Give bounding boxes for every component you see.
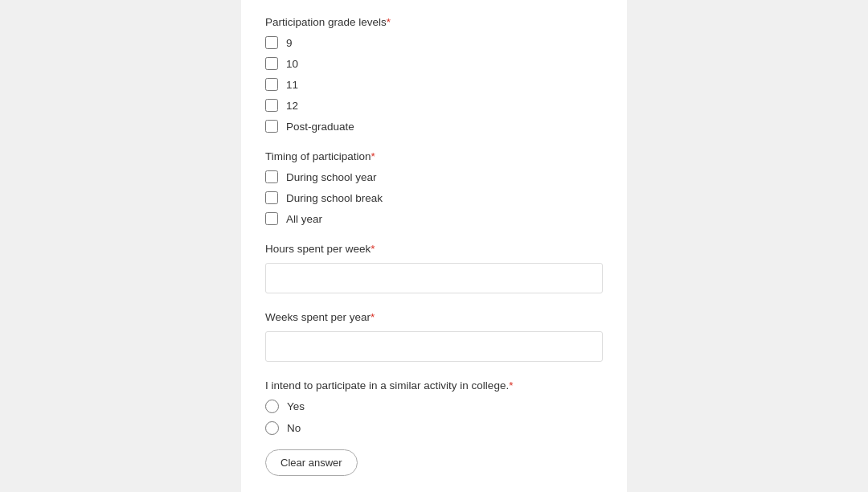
intend-yes-label[interactable]: Yes <box>287 400 305 412</box>
participation-grade-levels-label: Participation grade levels* <box>265 16 603 28</box>
timing-of-participation-label: Timing of participation* <box>265 150 603 162</box>
required-asterisk-grade: * <box>387 16 391 28</box>
grade-11-checkbox[interactable] <box>265 78 278 91</box>
form-card: Participation grade levels* 9 10 11 12 P… <box>241 0 627 492</box>
required-asterisk-intend: * <box>509 379 513 392</box>
hours-per-week-label-text: Hours spent per week <box>265 243 371 255</box>
required-asterisk-weeks: * <box>371 311 375 323</box>
weeks-per-year-input[interactable] <box>265 331 603 362</box>
required-asterisk-timing: * <box>371 150 375 162</box>
left-sidebar <box>0 0 88 492</box>
grade-12-checkbox[interactable] <box>265 99 278 112</box>
intend-to-participate-group: I intend to participate in a similar act… <box>265 379 603 476</box>
grade-12-item: 12 <box>265 99 603 112</box>
timing-during-school-break-label[interactable]: During school break <box>286 192 383 204</box>
grade-10-item: 10 <box>265 57 603 70</box>
participation-grade-levels-group: Participation grade levels* 9 10 11 12 P… <box>265 16 603 133</box>
hours-per-week-input[interactable] <box>265 263 603 293</box>
intend-no-radio[interactable] <box>265 421 279 435</box>
intend-no-label[interactable]: No <box>287 422 301 434</box>
right-sidebar <box>780 0 868 492</box>
timing-during-school-year-checkbox[interactable] <box>265 170 278 183</box>
grade-12-label[interactable]: 12 <box>286 100 298 112</box>
intend-to-participate-label-text: I intend to participate in a similar act… <box>265 379 509 392</box>
weeks-per-year-label-text: Weeks spent per year <box>265 311 371 323</box>
timing-of-participation-group: Timing of participation* During school y… <box>265 150 603 225</box>
timing-during-school-break-item: During school break <box>265 191 603 204</box>
grade-11-item: 11 <box>265 78 603 91</box>
grade-11-label[interactable]: 11 <box>286 79 298 91</box>
participation-grade-levels-label-text: Participation grade levels <box>265 16 387 28</box>
weeks-per-year-label: Weeks spent per year* <box>265 311 603 323</box>
timing-all-year-item: All year <box>265 212 603 225</box>
grade-10-label[interactable]: 10 <box>286 58 298 70</box>
grade-10-checkbox[interactable] <box>265 57 278 70</box>
timing-all-year-checkbox[interactable] <box>265 212 278 225</box>
timing-during-school-break-checkbox[interactable] <box>265 191 278 204</box>
grade-9-label[interactable]: 9 <box>286 37 293 49</box>
grade-9-item: 9 <box>265 36 603 49</box>
hours-per-week-group: Hours spent per week* <box>265 243 603 293</box>
intend-to-participate-label: I intend to participate in a similar act… <box>265 379 603 392</box>
hours-per-week-label: Hours spent per week* <box>265 243 603 255</box>
grade-9-checkbox[interactable] <box>265 36 278 49</box>
grade-postgraduate-checkbox[interactable] <box>265 120 278 133</box>
intend-yes-radio[interactable] <box>265 400 279 413</box>
weeks-per-year-group: Weeks spent per year* <box>265 311 603 362</box>
clear-answer-button[interactable]: Clear answer <box>265 449 358 476</box>
required-asterisk-hours: * <box>371 243 375 255</box>
grade-postgraduate-item: Post-graduate <box>265 120 603 133</box>
timing-during-school-year-item: During school year <box>265 170 603 183</box>
timing-during-school-year-label[interactable]: During school year <box>286 171 377 183</box>
timing-all-year-label[interactable]: All year <box>286 213 322 225</box>
grade-postgraduate-label[interactable]: Post-graduate <box>286 121 354 133</box>
main-content: Participation grade levels* 9 10 11 12 P… <box>88 0 780 492</box>
timing-label-text: Timing of participation <box>265 150 371 162</box>
intend-no-item: No <box>265 421 603 435</box>
intend-yes-item: Yes <box>265 400 603 413</box>
